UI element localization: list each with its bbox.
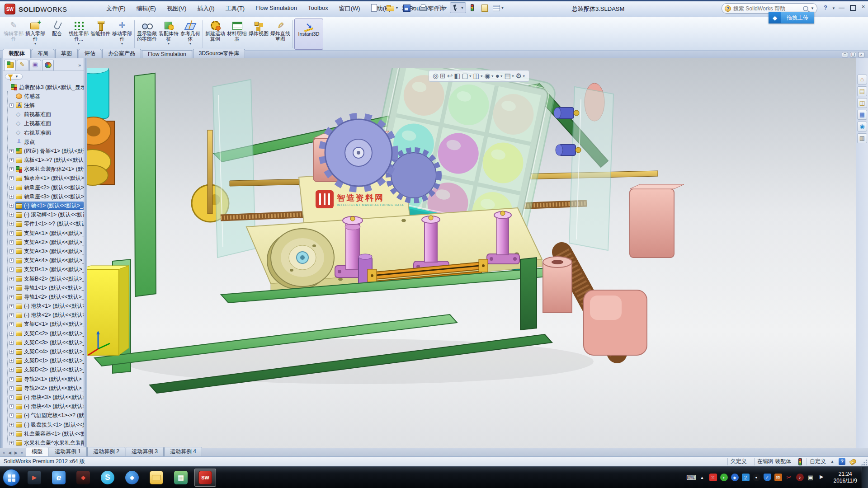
tree-item[interactable]: +(-) 气缸固定板<1>->? (默认<<默认>_显示状态 1>): [3, 411, 84, 420]
panel-tab-featuremanager[interactable]: [4, 60, 16, 70]
tab-nav-arrow-icon[interactable]: »: [19, 450, 24, 456]
tree-item[interactable]: 总装配体3 (默认<默认_显示状态-1>): [3, 83, 84, 92]
design-library-icon[interactable]: ▤: [857, 86, 867, 96]
tree-item[interactable]: +(-) 滑块<4> (默认<<默认>_显示状态 1>): [3, 402, 84, 411]
dropdown-caret-icon[interactable]: ▼: [461, 6, 464, 10]
tree-item[interactable]: +支架A<3> (默认<<默认>_显示状态 1>): [3, 247, 84, 256]
expander-icon[interactable]: +: [9, 423, 14, 427]
expander-icon[interactable]: +: [9, 231, 14, 235]
close-button[interactable]: ×: [860, 4, 867, 10]
help-dropdown-icon[interactable]: ▼: [832, 6, 835, 10]
dropdown-caret-icon[interactable]: ▼: [77, 42, 80, 45]
tab-装配体[interactable]: 装配体: [3, 49, 31, 58]
start-button[interactable]: [3, 469, 20, 486]
expander-icon[interactable]: +: [9, 432, 14, 436]
tree-item[interactable]: +礼盒盖容器<1> (默认<<默认>_显示状态 1>): [3, 429, 84, 438]
taskbar-app-game-app[interactable]: [72, 469, 94, 487]
taskbar-app-media-app[interactable]: [24, 469, 45, 487]
bottom-tab-运动算例4[interactable]: 运动算例 4: [164, 447, 202, 456]
tab-nav-arrow-icon[interactable]: «: [1, 450, 6, 456]
customize-caret-icon[interactable]: ▲: [830, 460, 834, 464]
tree-item[interactable]: +导轨2<2> (默认<<默认>_显示状态 1>): [3, 384, 84, 393]
expander-icon[interactable]: +: [9, 377, 14, 381]
tree-item[interactable]: +(-) 滑块<2> (默认<<默认>_显示状态 1>): [3, 311, 84, 320]
expander-icon[interactable]: +: [9, 322, 14, 326]
dice-icon[interactable]: [709, 474, 717, 481]
graphics-viewport[interactable]: ◎⊞↩◧▢▼◫▼◉▼●▼▤▼⚙▼ 智造资料网 INTELLIGENT MANUF…: [87, 58, 856, 448]
expander-icon[interactable]: +: [9, 359, 14, 363]
tab-nav-arrow-icon[interactable]: ▶: [13, 450, 19, 456]
custom-properties-icon[interactable]: ▥: [857, 133, 867, 143]
expander-icon[interactable]: +: [9, 368, 14, 372]
show-hidden-arrow-icon[interactable]: [698, 474, 706, 481]
dropdown-caret-icon[interactable]: ▼: [511, 75, 514, 78]
panel-tab-configurationmanager[interactable]: [29, 60, 41, 70]
tree-item[interactable]: +水果礼盒盖^水果礼盒装配体2<1> (默认<<默认>_显示状态 1>): [3, 438, 84, 447]
ribbon-button-edit-component[interactable]: 编辑零部件: [3, 19, 24, 50]
dropdown-caret-icon[interactable]: ▼: [167, 42, 170, 45]
tree-item[interactable]: +水果礼盒装配体2<1> (默认<默认_显示状态-1>): [3, 165, 84, 174]
tab-nav-arrow-icon[interactable]: ◀: [7, 450, 13, 456]
tree-item[interactable]: +轴承座<3> (默认<<默认>_显示状态 1>): [3, 192, 84, 201]
panel-tab-propertymanager[interactable]: [17, 60, 28, 70]
tree-item[interactable]: +(-) 吸盘接头<1> (默认<<默认>_显示状态 1>): [3, 420, 84, 429]
tree-item[interactable]: +支架B<2> (默认<<默认>_显示状态 1>): [3, 274, 84, 283]
taskbar-app-solidworks[interactable]: [194, 469, 216, 487]
source3d-icon[interactable]: [774, 474, 782, 481]
cloud-icon[interactable]: [731, 474, 739, 481]
panel-chevron-icon[interactable]: »: [78, 62, 83, 68]
show-desktop-button[interactable]: [862, 467, 868, 488]
rebuild-button[interactable]: [467, 3, 478, 13]
expander-icon[interactable]: +: [9, 186, 14, 190]
tree-item[interactable]: +注解: [3, 101, 84, 110]
view-settings-icon[interactable]: ⚙: [516, 70, 522, 81]
taskbar-app-baidu-cloud[interactable]: [121, 469, 143, 487]
tab-布局[interactable]: 布局: [32, 49, 54, 58]
expander-icon[interactable]: +: [9, 386, 14, 390]
dropdown-caret-icon[interactable]: ▼: [491, 75, 494, 78]
help-button[interactable]: ?: [824, 4, 827, 11]
filter-box[interactable]: ▼: [5, 74, 23, 80]
dropdown-caret-icon[interactable]: ▼: [501, 6, 505, 10]
menu-item-2[interactable]: 编辑(E): [132, 3, 160, 14]
tree-item[interactable]: +支架B<1> (默认<<默认>_显示状态 1>): [3, 265, 84, 274]
tree-item[interactable]: +支架D<1> (默认<<默认>_显示状态 1>): [3, 357, 84, 366]
tree-item[interactable]: +导轨1<2> (默认<<默认>_显示状态 1>): [3, 292, 84, 301]
ribbon-button-mate[interactable]: 配合: [46, 19, 68, 50]
tree-item[interactable]: +(固定) 骨架<1> (默认<默认_显示状态>): [3, 146, 84, 155]
open-button[interactable]: ▼: [385, 3, 400, 13]
expander-icon[interactable]: +: [9, 149, 14, 153]
tab-3DSource零件库[interactable]: 3DSource零件库: [193, 49, 245, 58]
bottom-tab-模型[interactable]: 模型: [26, 447, 48, 456]
audio-icon[interactable]: [796, 474, 804, 481]
tree-item[interactable]: 传感器: [3, 92, 84, 101]
wechat-icon[interactable]: [720, 474, 728, 481]
keyboard-icon[interactable]: [688, 474, 695, 481]
panel-splitter[interactable]: [84, 58, 87, 448]
tree-item[interactable]: 前视基准面: [3, 110, 84, 119]
shield-icon[interactable]: [764, 474, 771, 481]
expander-icon[interactable]: +: [9, 204, 14, 208]
expander-icon[interactable]: +: [9, 103, 14, 108]
search-dropdown-icon[interactable]: ▼: [811, 6, 814, 10]
ribbon-button-assembly-features[interactable]: 装配体特征▼: [158, 19, 179, 50]
expander-icon[interactable]: +: [9, 304, 14, 308]
expander-icon[interactable]: +: [9, 350, 14, 354]
expander-icon[interactable]: +: [9, 240, 14, 244]
new-document-button[interactable]: ▼: [368, 3, 384, 13]
ribbon-button-smart-fastener[interactable]: 智能扣件: [90, 19, 111, 50]
view-orientation-icon[interactable]: ▢: [462, 70, 468, 81]
tree-item[interactable]: +支架C<3> (默认<<默认>_显示状态 1>): [3, 338, 84, 347]
section-view-icon[interactable]: ◧: [454, 70, 460, 81]
tree-item[interactable]: +支架A<2> (默认<<默认>_显示状态 1>): [3, 238, 84, 247]
menu-item-6[interactable]: Flow Simulation: [251, 3, 302, 14]
tree-item[interactable]: +(-) 滑块<3> (默认<<默认>_显示状态 1>): [3, 393, 84, 402]
search-input[interactable]: [733, 5, 801, 12]
tree-item[interactable]: 右视基准面: [3, 128, 84, 137]
view-palette-icon[interactable]: ▦: [857, 110, 867, 120]
dropdown-caret-icon[interactable]: ▼: [522, 75, 525, 78]
menu-item-7[interactable]: Toolbox: [303, 3, 333, 14]
volume-icon[interactable]: [818, 474, 826, 481]
ribbon-button-motion-study[interactable]: 新建运动算例: [204, 19, 226, 50]
display-style-icon[interactable]: ◫: [473, 70, 480, 81]
